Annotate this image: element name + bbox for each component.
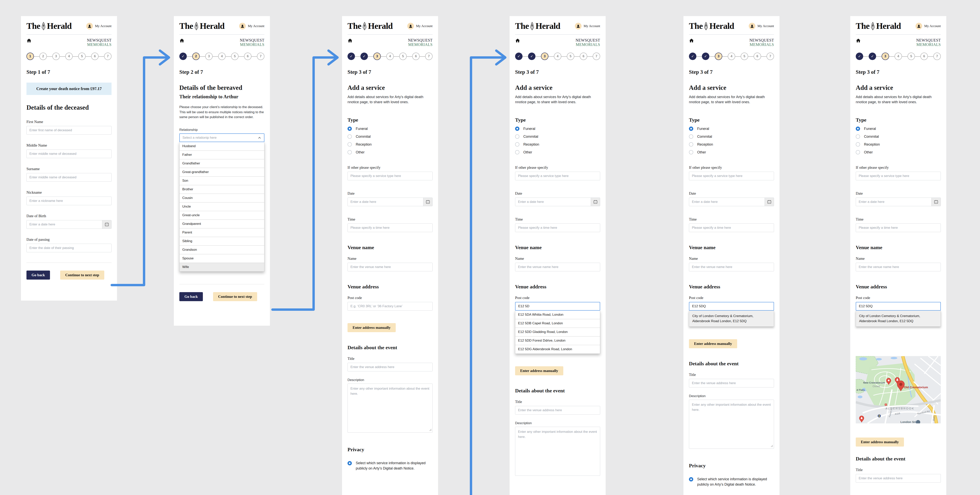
herald-logo[interactable]: The Herald (27, 22, 72, 30)
my-account[interactable]: My Account (407, 23, 433, 29)
option-husband[interactable]: Husband (179, 142, 264, 151)
step-circle-1[interactable]: ✓ (689, 53, 697, 60)
radio-other[interactable]: Other (856, 150, 941, 155)
my-account[interactable]: My Account (575, 23, 600, 29)
continue-button[interactable]: Continue to next step (213, 292, 257, 301)
step-circle-1[interactable]: ✓ (856, 53, 863, 60)
radio-reception[interactable]: Reception (347, 142, 433, 147)
step-circle-5[interactable]: 5 (78, 53, 86, 60)
option-spouse[interactable]: Spouse (179, 254, 264, 263)
step-circle-3[interactable]: 3 (373, 53, 381, 60)
suggestion-gladding-road[interactable]: E12 5DD Gladding Road, London (515, 328, 600, 337)
step-circle-3[interactable]: 3 (541, 53, 549, 60)
venue-map[interactable]: New Crematorium Closed d Flats Old Crema… (856, 356, 941, 423)
radio-other[interactable]: Other (689, 150, 774, 155)
calendar-icon[interactable] (931, 198, 940, 206)
other-specify-input[interactable] (689, 172, 774, 180)
step-circle-2[interactable]: ✓ (702, 53, 710, 60)
venue-name-input[interactable] (515, 263, 600, 271)
home-icon[interactable] (515, 38, 520, 43)
calendar-icon[interactable] (102, 220, 111, 228)
venue-name-input[interactable] (856, 263, 941, 271)
step-circle-6[interactable]: 6 (91, 53, 99, 60)
step-circle-7[interactable]: 7 (933, 53, 941, 60)
option-grandparent[interactable]: Grandparent (179, 220, 264, 228)
venue-name-input[interactable] (689, 263, 774, 271)
herald-logo[interactable]: The Herald (689, 22, 734, 30)
option-father[interactable]: Father (179, 151, 264, 159)
home-icon[interactable] (27, 38, 32, 43)
relationship-select[interactable]: Select a relationip here (179, 133, 264, 142)
option-son[interactable]: Son (179, 177, 264, 185)
home-icon[interactable] (347, 38, 353, 43)
my-account[interactable]: My Account (915, 23, 941, 29)
step-circle-4[interactable]: 4 (65, 53, 73, 60)
option-sibling[interactable]: Sibling (179, 237, 264, 246)
step-circle-4[interactable]: 4 (728, 53, 735, 60)
my-account[interactable]: My Account (239, 23, 264, 29)
enter-address-manually-button[interactable]: Enter address manually (689, 339, 737, 348)
step-circle-7[interactable]: 7 (257, 53, 264, 60)
step-circle-3[interactable]: 3 (52, 53, 60, 60)
radio-funeral[interactable]: Funeral (347, 126, 433, 131)
event-title-input[interactable] (856, 474, 941, 483)
step-circle-5[interactable]: 5 (907, 53, 915, 60)
enter-address-manually-button[interactable]: Enter address manually (515, 366, 563, 375)
step-circle-6[interactable]: 6 (580, 53, 587, 60)
calendar-icon[interactable] (591, 198, 600, 206)
option-great-uncle[interactable]: Great-uncle (179, 211, 264, 220)
step-circle-1[interactable]: ✓ (179, 53, 187, 60)
step-circle-5[interactable]: 5 (567, 53, 574, 60)
go-back-button[interactable]: Go back (27, 271, 50, 279)
radio-commital[interactable]: Commital (689, 134, 774, 139)
service-date-input[interactable] (347, 198, 433, 206)
radio-funeral[interactable]: Funeral (689, 126, 774, 131)
step-circle-2[interactable]: 2 (40, 53, 47, 60)
event-title-input[interactable] (347, 363, 433, 371)
postcode-suggestion-selected[interactable]: City of London Cemetory & Crematorium, A… (689, 311, 774, 327)
step-circle-4[interactable]: 4 (218, 53, 226, 60)
step-circle-2[interactable]: ✓ (869, 53, 876, 60)
step-circle-2[interactable]: 2 (192, 53, 200, 60)
radio-other[interactable]: Other (515, 150, 600, 155)
option-grandfather[interactable]: Grandfather (179, 159, 264, 168)
radio-other[interactable]: Other (347, 150, 433, 155)
radio-funeral[interactable]: Funeral (856, 126, 941, 131)
event-title-input[interactable] (515, 406, 600, 415)
service-date-input[interactable] (856, 198, 941, 206)
service-time-input[interactable] (515, 224, 600, 232)
calendar-icon[interactable] (765, 198, 774, 206)
other-specify-input[interactable] (347, 172, 433, 180)
step-circle-6[interactable]: 6 (244, 53, 251, 60)
step-circle-7[interactable]: 7 (593, 53, 600, 60)
step-circle-1[interactable]: ✓ (347, 53, 355, 60)
herald-logo[interactable]: The Herald (179, 22, 224, 30)
event-title-input[interactable] (689, 379, 774, 388)
resize-handle-icon[interactable] (770, 444, 773, 447)
service-date-input[interactable] (689, 198, 774, 206)
other-specify-input[interactable] (515, 172, 600, 180)
radio-reception[interactable]: Reception (515, 142, 600, 147)
service-time-input[interactable] (856, 224, 941, 232)
step-circle-2[interactable]: ✓ (360, 53, 368, 60)
privacy-radio[interactable]: Select which service information is disp… (347, 460, 426, 471)
step-circle-1[interactable]: 1 (27, 53, 34, 60)
herald-logo[interactable]: The Herald (347, 22, 393, 30)
postcode-input[interactable] (347, 302, 433, 311)
resize-handle-icon[interactable] (429, 428, 431, 431)
step-circle-2[interactable]: ✓ (528, 53, 536, 60)
nickname-input[interactable] (27, 196, 111, 205)
calendar-icon[interactable] (423, 198, 433, 206)
radio-funeral[interactable]: Funeral (515, 126, 600, 131)
step-circle-1[interactable]: ✓ (515, 53, 523, 60)
step-circle-6[interactable]: 6 (920, 53, 928, 60)
radio-commital[interactable]: Commital (856, 134, 941, 139)
home-icon[interactable] (856, 38, 861, 43)
step-circle-4[interactable]: 4 (554, 53, 562, 60)
service-time-input[interactable] (689, 224, 774, 232)
service-time-input[interactable] (347, 224, 433, 232)
step-circle-6[interactable]: 6 (754, 53, 761, 60)
option-grandson[interactable]: Grandson (179, 246, 264, 254)
event-description-textarea[interactable] (515, 427, 600, 476)
option-great-grandfather[interactable]: Great-grandfather (179, 168, 264, 177)
